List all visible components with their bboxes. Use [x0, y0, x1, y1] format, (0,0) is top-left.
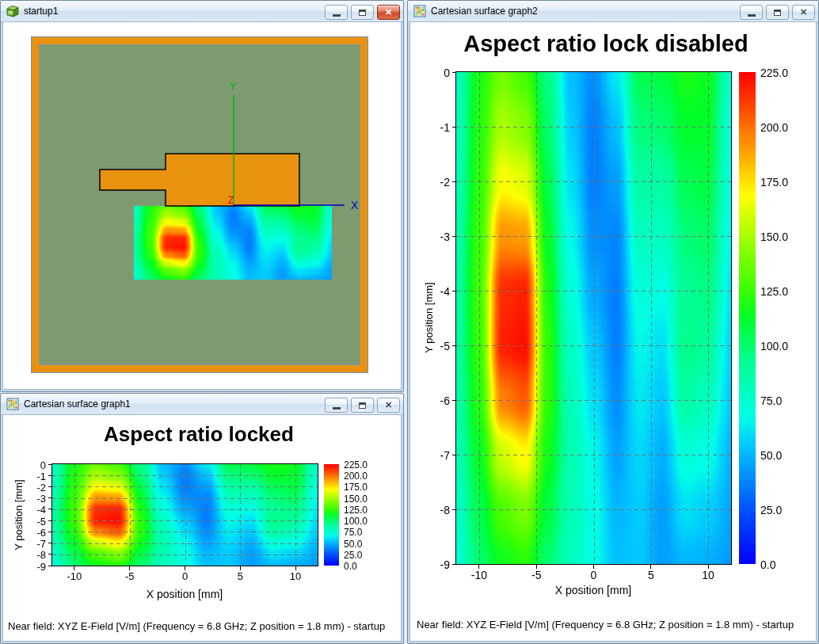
restore-button[interactable] — [766, 5, 789, 20]
x-tick-mark — [185, 566, 185, 570]
y-tick-mark — [452, 400, 456, 401]
graph2-ylabel: Y position [mm] — [423, 282, 435, 352]
minimize-icon — [748, 14, 756, 17]
y-tick-mark — [48, 497, 52, 498]
window-title: Cartesian surface graph1 — [24, 398, 131, 410]
x-tick-label: 10 — [692, 570, 724, 581]
close-icon: ✕ — [385, 401, 392, 410]
close-button[interactable]: ✕ — [792, 5, 815, 20]
window-title: Cartesian surface graph2 — [431, 6, 538, 17]
x-tick-label: 0 — [578, 570, 610, 581]
colorbar-graph2 — [739, 72, 756, 564]
window-graph1: Cartesian surface graph1 ✕ Aspect ratio … — [0, 393, 404, 644]
colorbar-tick-label: 225.0 — [760, 67, 798, 78]
graph1-ylabel: Y position [mm] — [13, 479, 25, 550]
heatmap-graph2[interactable] — [456, 72, 731, 564]
y-tick-label: -9 — [423, 559, 450, 570]
restore-button[interactable] — [351, 5, 374, 20]
x-tick-label: 5 — [635, 570, 667, 581]
window-title: startup1 — [24, 6, 58, 17]
x-tick-label: -10 — [59, 571, 90, 581]
titlebar-graph2[interactable]: Cartesian surface graph2 ✕ — [408, 1, 818, 22]
y-tick-label: -6 — [423, 395, 450, 406]
ground-board[interactable] — [39, 44, 360, 365]
y-tick-mark — [48, 543, 52, 543]
colorbar-tick-label: 125.0 — [344, 505, 382, 515]
x-tick-mark — [240, 566, 241, 570]
colorbar-tick-label: 50.0 — [344, 539, 382, 549]
y-tick-mark — [48, 486, 52, 487]
graph2-xlabel: X position [mm] — [514, 584, 672, 596]
close-button[interactable]: ✕ — [377, 5, 400, 20]
restore-button[interactable] — [351, 398, 374, 413]
window-startup1: 3D startup1 ✕ Y X Z — [0, 0, 404, 392]
y-tick-mark — [48, 566, 52, 566]
minimize-button[interactable] — [740, 5, 763, 20]
field-heatmap-3d[interactable] — [134, 206, 332, 280]
colorbar-tick-label: 50.0 — [760, 450, 798, 461]
graph1-xlabel: X position [mm] — [105, 588, 264, 600]
y-tick-mark — [452, 291, 456, 292]
graph2-status: Near field: XYZ E-Field [V/m] (Frequency… — [417, 619, 794, 631]
colorbar-tick-label: 75.0 — [344, 528, 382, 537]
x-tick-label: 0 — [170, 571, 201, 581]
mdi-workspace: { "desktop": { "background_color": "#e3e… — [0, 0, 819, 644]
colorbar-tick-label: 25.0 — [344, 551, 382, 560]
y-tick-mark — [452, 455, 456, 455]
restore-icon — [359, 10, 366, 16]
y-tick-mark — [452, 509, 456, 510]
graph1-title: Aspect ratio locked — [1, 422, 397, 447]
substrate-frame[interactable] — [32, 37, 368, 372]
colorbar-tick-label: 150.0 — [760, 231, 798, 242]
y-tick-mark — [452, 127, 456, 128]
x-tick-mark — [650, 565, 651, 569]
y-tick-mark — [452, 345, 456, 346]
colorbar-tick-label: 100.0 — [760, 341, 798, 352]
x-tick-mark — [593, 565, 594, 569]
y-tick-mark — [48, 554, 52, 554]
colorbar-tick-label: 0.0 — [760, 559, 798, 570]
heatmap-graph1[interactable] — [52, 464, 318, 566]
close-icon: ✕ — [800, 8, 807, 17]
y-tick-label: -1 — [423, 122, 450, 133]
x-tick-label: -10 — [463, 570, 495, 581]
x-tick-mark — [129, 566, 130, 570]
surface-grid-icon[interactable] — [6, 398, 19, 410]
colorbar-tick-label: 175.0 — [344, 482, 382, 492]
restore-icon — [359, 402, 366, 409]
y-tick-label: -8 — [19, 550, 46, 560]
y-tick-mark — [48, 509, 52, 509]
cube-3d-icon[interactable]: 3D — [6, 5, 19, 17]
y-tick-mark — [48, 520, 52, 521]
close-icon: ✕ — [385, 8, 392, 17]
colorbar-tick-label: 200.0 — [760, 122, 798, 133]
colorbar-tick-label: 75.0 — [760, 395, 798, 406]
minimize-icon — [333, 14, 341, 17]
titlebar-startup1[interactable]: 3D startup1 ✕ — [1, 1, 403, 22]
close-button[interactable]: ✕ — [377, 398, 400, 413]
svg-text:3D: 3D — [8, 10, 13, 15]
y-tick-label: 0 — [19, 460, 46, 471]
y-tick-mark — [48, 475, 52, 476]
y-tick-mark — [48, 532, 52, 532]
y-tick-label: -3 — [423, 231, 450, 242]
y-tick-label: 0 — [423, 67, 450, 78]
y-tick-label: -7 — [423, 450, 450, 461]
y-tick-mark — [452, 564, 456, 565]
x-tick-label: 10 — [280, 571, 311, 581]
y-tick-mark — [452, 72, 456, 73]
colorbar-tick-label: 225.0 — [344, 460, 382, 470]
graph2-title: Aspect ratio lock disabled — [408, 31, 804, 57]
y-tick-mark — [48, 464, 52, 465]
x-tick-mark — [478, 565, 479, 569]
minimize-button[interactable] — [325, 5, 348, 20]
x-tick-label: 5 — [224, 571, 256, 581]
minimize-button[interactable] — [325, 398, 348, 413]
colorbar-graph1 — [324, 464, 339, 566]
titlebar-graph1[interactable]: Cartesian surface graph1 ✕ — [1, 394, 403, 415]
x-tick-label: -5 — [114, 571, 146, 581]
colorbar-tick-label: 200.0 — [344, 471, 382, 481]
colorbar-tick-label: 150.0 — [344, 494, 382, 504]
surface-grid-icon[interactable] — [413, 5, 426, 17]
x-tick-label: -5 — [520, 570, 552, 581]
